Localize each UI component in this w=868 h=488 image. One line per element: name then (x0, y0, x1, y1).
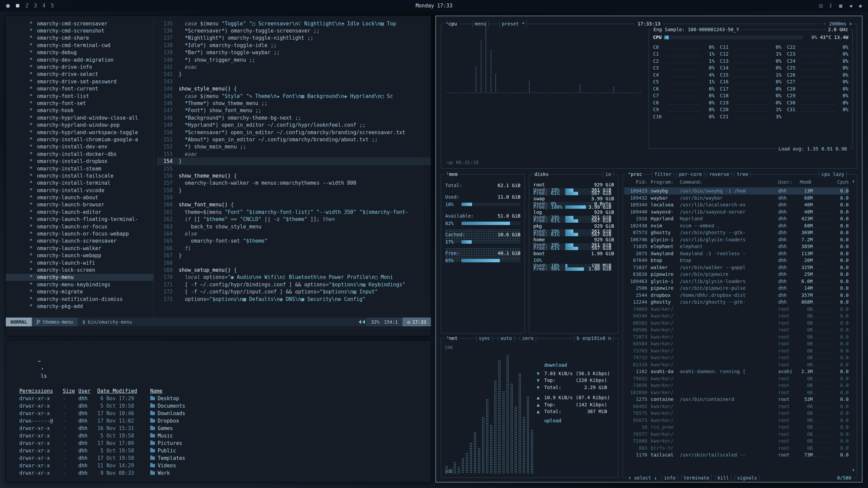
process-row[interactable]: 76577 kworker/ root 0B 0.0 (624, 431, 849, 438)
file-item[interactable]: * omarchy-migrate (29, 288, 153, 295)
process-row[interactable]: 102438 nvim nvim --embed . dhh 68M 0.0 (624, 222, 849, 229)
workspace-item[interactable]: 4 (42, 3, 45, 9)
process-row[interactable]: 87573 ghostty /usr/bin/ghostty --gtk- dh… (624, 229, 849, 236)
process-row[interactable]: 79032 kworker/ root 0B 0.0 (624, 375, 849, 382)
cpu-box-title[interactable]: ¹cpu (444, 20, 459, 27)
file-item[interactable]: * omarchy-launch-webapp (29, 252, 153, 259)
process-row[interactable]: 68402 kworker/ root 0B 0.0 (624, 403, 849, 410)
file-item[interactable]: * omarchy-launch-about (29, 194, 153, 201)
file-item[interactable]: * omarchy-font-current (29, 85, 153, 93)
file-item[interactable]: * omarchy-menu (6, 274, 153, 281)
tab-per-core[interactable]: per-core (677, 171, 704, 178)
code-line[interactable]: 136 *Screensaver*) omarchy-toggle-screen… (157, 27, 431, 34)
workspace-item[interactable]: 3 (34, 3, 37, 9)
code-line[interactable]: 152 *) show_main_menu ;; (157, 143, 431, 150)
proc-scroll-down-icon[interactable]: ↓ (852, 466, 855, 473)
process-row[interactable]: 63816 pipewire /usr/bin/pipewire dhh 25M… (624, 271, 849, 278)
file-item[interactable]: * omarchy-menu-keybindings (29, 281, 153, 288)
file-item[interactable]: * omarchy-font-list (29, 93, 153, 100)
tab-interface[interactable]: b enp191s0 n (574, 335, 613, 342)
file-item[interactable]: * omarchy-cmd-share (29, 35, 153, 42)
col-pid[interactable]: Pid: (627, 179, 649, 186)
file-item[interactable]: * omarchy-launch-browser (29, 201, 153, 208)
code-line[interactable]: 162 if [[ "$theme" == "CNCLD" || -z "$th… (157, 216, 431, 223)
process-row[interactable]: 109463 glycin-i /usr/lib/glycin-loaders … (624, 278, 849, 285)
file-item[interactable]: * omarchy-hyprland-window-close-all (29, 114, 153, 121)
process-row[interactable]: 109423 swaybg /usr/bin/swaybg -i /hom dh… (624, 187, 849, 195)
terminal-window[interactable]: ~ › ls Permissions Size User Date Modifi… (5, 340, 431, 483)
process-row[interactable]: 94540 kworker/ root 0B 0.0 (624, 312, 849, 320)
process-row[interactable]: 106746 glycin-i /usr/lib/glycin-loaders … (624, 236, 849, 243)
code-line[interactable]: 139 *Bar*) omarchy-toggle-waybar ;; (157, 49, 431, 56)
col-memb[interactable]: MemB (798, 179, 811, 186)
code-line[interactable]: 144 show_style_menu() { (157, 85, 431, 93)
code-line[interactable]: 160 show_font_menu() { (157, 201, 431, 208)
process-row[interactable]: 71837 walker /usr/bin/walker --gappl dhh… (624, 264, 849, 271)
tab-tree[interactable]: tree (734, 171, 751, 178)
code-line[interactable]: 151 *About*) open_in_editor ~/.config/om… (157, 136, 431, 143)
tab-reverse[interactable]: reverse (707, 171, 732, 178)
code-line[interactable]: 173 options="$options\n▦ Defaults\n◍ DNS… (157, 296, 431, 303)
process-row[interactable]: 73703 kworker/ root 0B 0.0 (624, 347, 849, 354)
file-item[interactable]: * omarchy-drive-select (29, 71, 153, 78)
code-line[interactable]: 154 } (157, 158, 431, 165)
file-item[interactable]: * omarchy-install-chromium-google-a (29, 136, 153, 143)
process-row[interactable]: 76575 kworker/ root 0B 0.0 (624, 410, 849, 417)
process-row[interactable]: 72073 kworker/ root 0B 0.0 (624, 333, 849, 341)
process-row[interactable]: 2075 Xwayland Xwayland :1 -rootless - dh… (624, 250, 849, 257)
code-line[interactable]: 135 case $(menu "Toggle" "▢ Screensaver\… (157, 20, 431, 27)
code-line[interactable]: 137 *Nightlight*) omarchy-toggle-nightli… (157, 35, 431, 42)
code-line[interactable]: 141 esac (157, 63, 431, 70)
process-row[interactable]: 74869 kworker/ root 0B 0.0 (624, 306, 849, 313)
code-line[interactable]: 149 *Hyprland*) open_in_editor ~/.config… (157, 121, 431, 128)
file-item[interactable]: * omarchy-notification-dismiss (29, 296, 153, 303)
code-line[interactable]: 171 [ -f ~/.config/hypr/bindings.conf ] … (157, 281, 431, 288)
process-row[interactable]: 1916 Hyprland Hyprland dhh 423M 0.0 (624, 215, 849, 222)
code-line[interactable]: 150 *Screensaver*) open_in_editor ~/.con… (157, 129, 431, 136)
proc-key[interactable]: signals (735, 474, 760, 482)
process-row[interactable]: 71835 elephant elephant dhh 385M 0.0 (624, 243, 849, 250)
code-line[interactable]: 167 } (157, 252, 431, 259)
code-line[interactable]: 156 show_theme_menu() { (157, 172, 431, 179)
disks-box-title[interactable]: disks (533, 171, 550, 178)
code-line[interactable]: 168 (157, 259, 431, 266)
process-row[interactable]: 1170 tailscal /usr/sbin/tailscaled -- ro… (624, 451, 849, 459)
code-line[interactable]: 143 (157, 78, 431, 85)
process-row[interactable]: 2506 pipewire /usr/bin/pipewire-pulse dh… (624, 285, 849, 292)
code-line[interactable]: 170 local options="◉ Audio\n≋ Wifi\nᛒ Bl… (157, 274, 431, 281)
file-item[interactable]: * omarchy-install-steam (29, 165, 153, 172)
process-row[interactable]: 73656 kworker/ root 0B 0.0 (624, 382, 849, 389)
proc-box-title[interactable]: ⁴proc (626, 171, 644, 178)
code-line[interactable]: 161 theme=$(menu "Font" "$(omarchy-font-… (157, 208, 431, 216)
file-item[interactable]: * omarchy-install-vscode (29, 187, 153, 194)
tab-zero[interactable]: zero (520, 335, 536, 342)
code-line[interactable]: 153 esac (157, 150, 431, 158)
file-item[interactable]: * omarchy-launch-screensaver (29, 238, 153, 245)
process-row[interactable]: 68586 kworker/ root 0B 0.0 (624, 326, 849, 333)
volume-icon[interactable]: ◀ (849, 3, 852, 9)
file-item[interactable]: * omarchy-hook (29, 107, 153, 114)
process-row[interactable]: 72088 kworker/ root 0B 0.0 (624, 438, 849, 445)
power-icon[interactable]: ◉ (859, 3, 862, 9)
code-line[interactable]: 165 omarchy-font-set "$theme" (157, 238, 431, 245)
file-item[interactable]: * omarchy-install-dropbox (29, 158, 153, 165)
display-icon[interactable]: ▦ (839, 3, 842, 9)
code-line[interactable]: 138 *Idle*) omarchy-toggle-idle ;; (157, 42, 431, 49)
col-cpu[interactable]: Cpu% (837, 179, 849, 186)
file-item[interactable]: * omarchy-drive-info (29, 63, 153, 70)
file-item[interactable]: * omarchy-install-docker-dbs (29, 150, 153, 158)
tab-filter[interactable]: filter (652, 171, 674, 178)
net-box-title[interactable]: ³net (445, 335, 459, 342)
process-row[interactable]: 803 btrfs-tr root 0B 0.0 (624, 445, 849, 452)
process-row[interactable]: 1275 containe /usr/bin/containerd root 5… (624, 396, 849, 403)
file-item[interactable]: * omarchy-cmd-screenshot (29, 27, 153, 34)
tab-preset[interactable]: preset * (499, 20, 527, 27)
file-item[interactable]: * omarchy-install-terminal (29, 180, 153, 187)
file-item[interactable]: * omarchy-font-set (29, 100, 153, 107)
code-line[interactable]: 164 else (157, 230, 431, 237)
workspace-item[interactable]: 5 (51, 3, 54, 9)
tab-io[interactable]: io (603, 171, 613, 178)
process-row[interactable]: 109432 waybar /usr/bin/waybar dhh 68M 0.… (624, 195, 849, 202)
process-row[interactable]: 68583 kworker/ root 0B 0.0 (624, 320, 849, 327)
file-item[interactable]: * omarchy-hyprland-workspace-toggle (29, 129, 153, 136)
